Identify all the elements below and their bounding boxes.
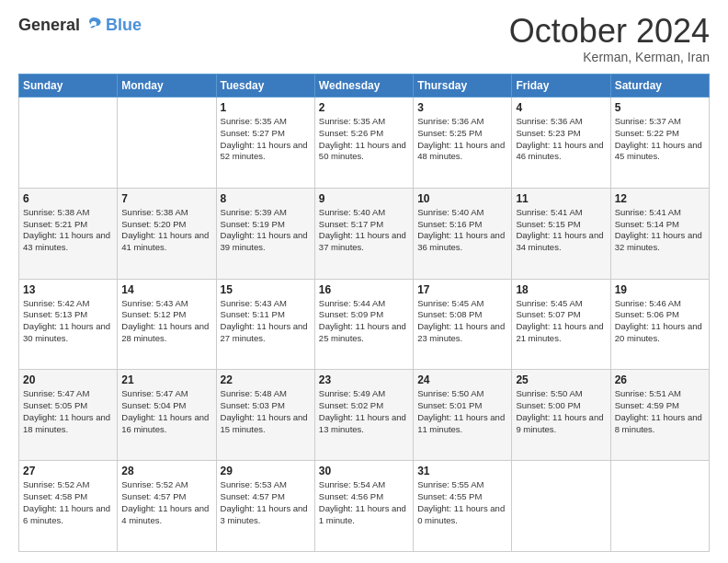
cell-info: Sunrise: 5:46 AMSunset: 5:06 PMDaylight:… (615, 298, 705, 345)
cell-info: Sunrise: 5:49 AMSunset: 5:02 PMDaylight:… (319, 388, 409, 435)
calendar-table: SundayMondayTuesdayWednesdayThursdayFrid… (18, 74, 710, 552)
calendar-cell: 20Sunrise: 5:47 AMSunset: 5:05 PMDayligh… (19, 370, 118, 461)
cell-info: Sunrise: 5:36 AMSunset: 5:23 PMDaylight:… (516, 116, 606, 163)
cell-info: Sunrise: 5:36 AMSunset: 5:25 PMDaylight:… (417, 116, 507, 163)
calendar-cell: 28Sunrise: 5:52 AMSunset: 4:57 PMDayligh… (118, 461, 216, 552)
location-text: Kerman, Kerman, Iran (509, 50, 710, 64)
day-number: 21 (121, 373, 211, 386)
calendar-cell: 22Sunrise: 5:48 AMSunset: 5:03 PMDayligh… (216, 370, 314, 461)
day-number: 6 (23, 192, 113, 205)
cell-info: Sunrise: 5:45 AMSunset: 5:07 PMDaylight:… (516, 298, 606, 345)
day-number: 20 (23, 373, 113, 386)
day-number: 9 (319, 192, 409, 205)
calendar-cell: 8Sunrise: 5:39 AMSunset: 5:19 PMDaylight… (216, 188, 314, 279)
cell-info: Sunrise: 5:52 AMSunset: 4:57 PMDaylight:… (121, 479, 211, 526)
day-number: 15 (221, 283, 311, 296)
day-number: 19 (615, 283, 705, 296)
cell-info: Sunrise: 5:35 AMSunset: 5:26 PMDaylight:… (319, 116, 409, 163)
calendar-cell: 30Sunrise: 5:54 AMSunset: 4:56 PMDayligh… (314, 461, 413, 552)
day-number: 4 (516, 101, 606, 114)
calendar-cell: 12Sunrise: 5:41 AMSunset: 5:14 PMDayligh… (610, 188, 709, 279)
calendar-header-sunday: Sunday (19, 75, 118, 98)
day-number: 24 (417, 373, 507, 386)
day-number: 16 (319, 283, 409, 296)
calendar-cell: 16Sunrise: 5:44 AMSunset: 5:09 PMDayligh… (314, 279, 413, 370)
cell-info: Sunrise: 5:41 AMSunset: 5:15 PMDaylight:… (516, 207, 606, 254)
logo-blue-text: Blue (106, 16, 142, 35)
day-number: 30 (319, 465, 409, 477)
cell-info: Sunrise: 5:43 AMSunset: 5:12 PMDaylight:… (121, 298, 211, 345)
cell-info: Sunrise: 5:53 AMSunset: 4:57 PMDaylight:… (221, 479, 311, 526)
calendar-cell: 7Sunrise: 5:38 AMSunset: 5:20 PMDaylight… (118, 188, 216, 279)
day-number: 22 (221, 373, 311, 386)
calendar-cell (512, 461, 610, 552)
calendar-cell: 17Sunrise: 5:45 AMSunset: 5:08 PMDayligh… (414, 279, 512, 370)
calendar-cell: 4Sunrise: 5:36 AMSunset: 5:23 PMDaylight… (512, 98, 610, 189)
cell-info: Sunrise: 5:47 AMSunset: 5:04 PMDaylight:… (121, 388, 211, 435)
calendar-cell: 3Sunrise: 5:36 AMSunset: 5:25 PMDaylight… (414, 98, 512, 189)
calendar-cell: 18Sunrise: 5:45 AMSunset: 5:07 PMDayligh… (512, 279, 610, 370)
day-number: 1 (221, 101, 311, 114)
day-number: 2 (319, 101, 409, 114)
calendar-cell (118, 98, 216, 189)
calendar-cell: 1Sunrise: 5:35 AMSunset: 5:27 PMDaylight… (216, 98, 314, 189)
day-number: 11 (516, 192, 606, 205)
cell-info: Sunrise: 5:48 AMSunset: 5:03 PMDaylight:… (221, 388, 311, 435)
calendar-cell: 19Sunrise: 5:46 AMSunset: 5:06 PMDayligh… (610, 279, 709, 370)
month-title: October 2024 (509, 15, 710, 48)
calendar-cell: 6Sunrise: 5:38 AMSunset: 5:21 PMDaylight… (19, 188, 118, 279)
cell-info: Sunrise: 5:37 AMSunset: 5:22 PMDaylight:… (615, 116, 705, 163)
calendar-cell: 25Sunrise: 5:50 AMSunset: 5:00 PMDayligh… (512, 370, 610, 461)
cell-info: Sunrise: 5:52 AMSunset: 4:58 PMDaylight:… (23, 479, 113, 526)
cell-info: Sunrise: 5:35 AMSunset: 5:27 PMDaylight:… (221, 116, 311, 163)
day-number: 5 (615, 101, 705, 114)
calendar-header-row: SundayMondayTuesdayWednesdayThursdayFrid… (19, 75, 710, 98)
page: General Blue October 2024 Kerman, Kerman… (0, 0, 728, 563)
cell-info: Sunrise: 5:50 AMSunset: 5:00 PMDaylight:… (516, 388, 606, 435)
cell-info: Sunrise: 5:42 AMSunset: 5:13 PMDaylight:… (23, 298, 113, 345)
calendar-cell: 11Sunrise: 5:41 AMSunset: 5:15 PMDayligh… (512, 188, 610, 279)
calendar-header-saturday: Saturday (610, 75, 709, 98)
cell-info: Sunrise: 5:40 AMSunset: 5:17 PMDaylight:… (319, 207, 409, 254)
day-number: 26 (615, 373, 705, 386)
cell-info: Sunrise: 5:43 AMSunset: 5:11 PMDaylight:… (221, 298, 311, 345)
calendar-week-row: 6Sunrise: 5:38 AMSunset: 5:21 PMDaylight… (19, 188, 710, 279)
day-number: 12 (615, 192, 705, 205)
cell-info: Sunrise: 5:50 AMSunset: 5:01 PMDaylight:… (417, 388, 507, 435)
header: General Blue October 2024 Kerman, Kerman… (18, 15, 710, 64)
cell-info: Sunrise: 5:54 AMSunset: 4:56 PMDaylight:… (319, 479, 409, 526)
calendar-cell: 29Sunrise: 5:53 AMSunset: 4:57 PMDayligh… (216, 461, 314, 552)
calendar-cell: 10Sunrise: 5:40 AMSunset: 5:16 PMDayligh… (414, 188, 512, 279)
calendar-cell: 5Sunrise: 5:37 AMSunset: 5:22 PMDaylight… (610, 98, 709, 189)
calendar-cell: 23Sunrise: 5:49 AMSunset: 5:02 PMDayligh… (314, 370, 413, 461)
cell-info: Sunrise: 5:41 AMSunset: 5:14 PMDaylight:… (615, 207, 705, 254)
day-number: 10 (417, 192, 507, 205)
calendar-header-monday: Monday (118, 75, 216, 98)
day-number: 28 (121, 465, 211, 477)
cell-info: Sunrise: 5:45 AMSunset: 5:08 PMDaylight:… (417, 298, 507, 345)
day-number: 17 (417, 283, 507, 296)
calendar-header-thursday: Thursday (414, 75, 512, 98)
calendar-header-friday: Friday (512, 75, 610, 98)
day-number: 29 (221, 465, 311, 477)
calendar-week-row: 27Sunrise: 5:52 AMSunset: 4:58 PMDayligh… (19, 461, 710, 552)
calendar-cell (610, 461, 709, 552)
calendar-cell: 24Sunrise: 5:50 AMSunset: 5:01 PMDayligh… (414, 370, 512, 461)
calendar-header-wednesday: Wednesday (314, 75, 413, 98)
day-number: 14 (121, 283, 211, 296)
calendar-header-tuesday: Tuesday (216, 75, 314, 98)
cell-info: Sunrise: 5:51 AMSunset: 4:59 PMDaylight:… (615, 388, 705, 435)
title-section: October 2024 Kerman, Kerman, Iran (509, 15, 710, 64)
calendar-cell: 14Sunrise: 5:43 AMSunset: 5:12 PMDayligh… (118, 279, 216, 370)
day-number: 23 (319, 373, 409, 386)
calendar-cell: 27Sunrise: 5:52 AMSunset: 4:58 PMDayligh… (19, 461, 118, 552)
logo: General Blue (18, 15, 142, 35)
day-number: 7 (121, 192, 211, 205)
cell-info: Sunrise: 5:55 AMSunset: 4:55 PMDaylight:… (417, 479, 507, 526)
cell-info: Sunrise: 5:39 AMSunset: 5:19 PMDaylight:… (221, 207, 311, 254)
day-number: 3 (417, 101, 507, 114)
day-number: 8 (221, 192, 311, 205)
calendar-cell: 21Sunrise: 5:47 AMSunset: 5:04 PMDayligh… (118, 370, 216, 461)
cell-info: Sunrise: 5:38 AMSunset: 5:20 PMDaylight:… (121, 207, 211, 254)
cell-info: Sunrise: 5:40 AMSunset: 5:16 PMDaylight:… (417, 207, 507, 254)
